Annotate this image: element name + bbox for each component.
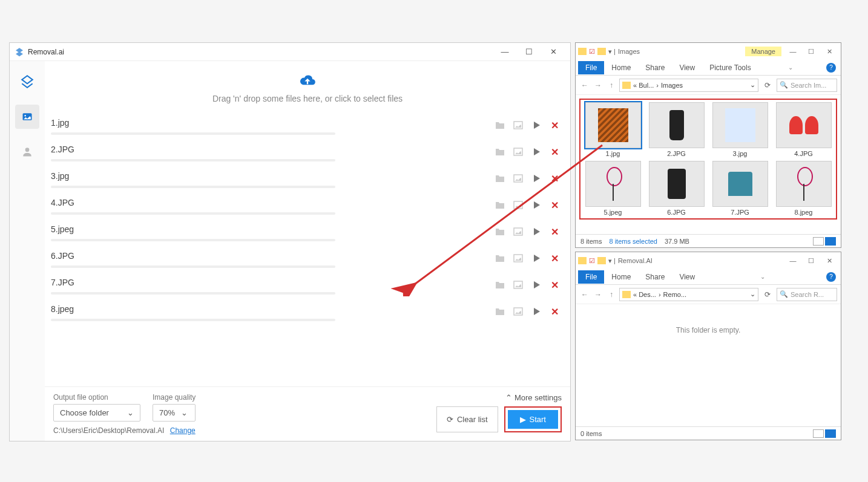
remove-icon[interactable]: ✕ — [548, 252, 561, 264]
view-details-icon[interactable] — [813, 429, 824, 438]
image-icon[interactable] — [512, 146, 524, 158]
remove-icon[interactable]: ✕ — [548, 226, 561, 238]
folder-icon[interactable] — [494, 252, 506, 264]
output-path: C:\Users\Eric\Desktop\Removal.AI — [53, 426, 164, 435]
change-path-link[interactable]: Change — [170, 426, 196, 435]
tab-file[interactable]: File — [578, 61, 604, 74]
remove-icon[interactable]: ✕ — [548, 119, 561, 131]
file-item[interactable]: 7.JPG — [710, 161, 770, 216]
folder-icon[interactable] — [494, 279, 506, 291]
image-icon[interactable] — [512, 172, 524, 184]
breadcrumb-part[interactable]: « Des... — [633, 291, 656, 298]
image-icon[interactable] — [512, 305, 524, 318]
image-icon[interactable] — [512, 226, 524, 238]
sidebar-logo-icon[interactable] — [15, 70, 39, 94]
start-button[interactable]: ▶ Start — [508, 410, 558, 429]
folder-icon[interactable] — [494, 146, 506, 158]
play-icon[interactable] — [530, 226, 542, 238]
ribbon-collapse-icon[interactable]: ⌄ — [788, 64, 793, 71]
breadcrumb-part[interactable]: « Bul... — [633, 82, 654, 89]
file-item[interactable]: 6.JPG — [646, 161, 706, 216]
drop-zone[interactable]: Drag 'n' drop some files here, or click … — [45, 61, 570, 112]
minimize-button[interactable]: — — [493, 44, 517, 60]
nav-up-button[interactable]: ↑ — [606, 81, 617, 90]
nav-up-button[interactable]: ↑ — [606, 290, 617, 299]
output-folder-select[interactable]: Choose folder ⌄ — [53, 404, 140, 422]
clear-list-button[interactable]: ⟳ Clear list — [436, 406, 498, 432]
refresh-button[interactable]: ⟳ — [761, 81, 774, 90]
folder-icon[interactable] — [494, 226, 506, 238]
file-item[interactable]: 2.JPG — [646, 102, 706, 157]
file-item[interactable]: 1.jpg — [583, 102, 643, 157]
tab-share[interactable]: Share — [638, 270, 672, 284]
more-settings-link[interactable]: ⌃ More settings — [505, 393, 562, 402]
search-input[interactable]: 🔍 Search R... — [777, 288, 837, 301]
play-icon[interactable] — [530, 199, 542, 211]
minimize-button[interactable]: — — [784, 44, 802, 59]
play-icon[interactable] — [530, 252, 542, 264]
remove-icon[interactable]: ✕ — [548, 146, 561, 158]
remove-icon[interactable]: ✕ — [548, 199, 561, 211]
nav-forward-button[interactable]: → — [593, 290, 603, 299]
manage-tab[interactable]: Manage — [745, 47, 781, 56]
tab-view[interactable]: View — [672, 270, 702, 284]
image-icon[interactable] — [512, 252, 524, 264]
sidebar-profile-icon[interactable] — [15, 140, 39, 164]
status-bar: 8 items 8 items selected 37.9 MB — [576, 234, 841, 247]
play-icon[interactable] — [530, 305, 542, 318]
image-icon[interactable] — [512, 279, 524, 291]
address-bar[interactable]: « Bul... › Images ⌄ — [619, 79, 758, 92]
file-item[interactable]: 4.JPG — [774, 102, 833, 157]
sidebar-images-icon[interactable] — [15, 105, 39, 129]
app-footer: Output file option Choose folder ⌄ Image… — [45, 386, 570, 441]
tab-view[interactable]: View — [672, 61, 702, 74]
play-icon[interactable] — [530, 172, 542, 184]
view-details-icon[interactable] — [813, 237, 824, 246]
nav-back-button[interactable]: ← — [579, 290, 590, 299]
nav-forward-button[interactable]: → — [593, 81, 603, 90]
close-button[interactable]: ✕ — [820, 44, 838, 59]
file-item[interactable]: 3.jpg — [710, 102, 770, 157]
file-item[interactable]: 5.jpeg — [583, 161, 643, 216]
breadcrumb-part[interactable]: Remo... — [663, 291, 687, 298]
breadcrumb-part[interactable]: Images — [661, 82, 683, 89]
folder-icon[interactable] — [494, 119, 506, 131]
remove-icon[interactable]: ✕ — [548, 172, 561, 184]
maximize-button[interactable]: ☐ — [517, 44, 541, 60]
help-icon[interactable]: ? — [826, 272, 836, 282]
tab-picture-tools[interactable]: Picture Tools — [702, 61, 758, 74]
remove-icon[interactable]: ✕ — [548, 279, 561, 291]
maximize-button[interactable]: ☐ — [802, 253, 820, 269]
ribbon-collapse-icon[interactable]: ⌄ — [760, 273, 765, 280]
folder-icon[interactable] — [494, 305, 506, 318]
file-item[interactable]: 8.jpeg — [774, 161, 833, 216]
view-thumbnails-icon[interactable] — [825, 429, 836, 438]
file-item-name: 7.JPG — [731, 209, 749, 216]
address-bar[interactable]: « Des... › Remo... ⌄ — [619, 288, 758, 301]
remove-icon[interactable]: ✕ — [548, 305, 561, 318]
view-thumbnails-icon[interactable] — [825, 237, 836, 246]
folder-icon[interactable] — [494, 199, 506, 211]
close-button[interactable]: ✕ — [541, 44, 565, 60]
file-row: 1.jpg ✕ — [51, 112, 564, 138]
quality-select[interactable]: 70% ⌄ — [153, 404, 196, 422]
tab-home[interactable]: Home — [604, 61, 638, 74]
play-icon[interactable] — [530, 119, 542, 131]
file-progress — [51, 212, 335, 215]
play-icon[interactable] — [530, 146, 542, 158]
image-icon[interactable] — [512, 119, 524, 131]
image-icon[interactable] — [512, 199, 524, 211]
refresh-button[interactable]: ⟳ — [761, 290, 774, 299]
minimize-button[interactable]: — — [784, 253, 802, 269]
search-input[interactable]: 🔍 Search Im... — [777, 79, 837, 92]
nav-back-button[interactable]: ← — [579, 81, 590, 90]
maximize-button[interactable]: ☐ — [802, 44, 820, 59]
folder-icon[interactable] — [494, 172, 506, 184]
explorer-ribbon: File Home Share View Picture Tools ⌄ ? — [576, 60, 841, 76]
tab-home[interactable]: Home — [604, 270, 638, 284]
help-icon[interactable]: ? — [826, 63, 836, 73]
close-button[interactable]: ✕ — [820, 253, 838, 269]
tab-file[interactable]: File — [578, 270, 604, 284]
play-icon[interactable] — [530, 279, 542, 291]
tab-share[interactable]: Share — [638, 61, 672, 74]
